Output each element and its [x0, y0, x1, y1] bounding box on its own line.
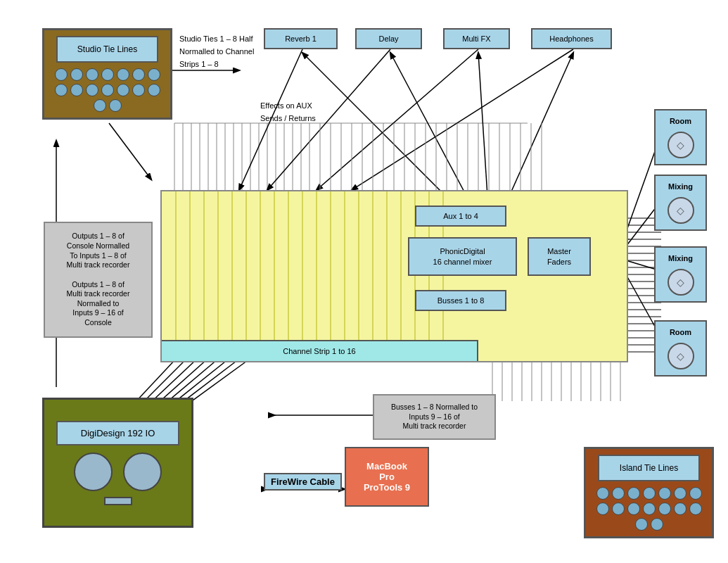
island-circle-7	[689, 487, 702, 500]
circle-3	[86, 68, 98, 81]
busses-note-box: Busses 1 – 8 Normalled toInputs 9 – 16 o…	[373, 394, 496, 440]
island-circle-3	[627, 487, 640, 500]
room2-speaker	[668, 343, 694, 369]
room2-monitor: Room	[654, 320, 707, 377]
circle-10	[86, 84, 98, 96]
island-circle-16	[651, 518, 663, 531]
island-circle-13	[674, 502, 687, 515]
busses-box: Busses 1 to 8	[415, 290, 506, 311]
island-circle-8	[596, 502, 609, 515]
studio-tie-lines-box: Studio Tie Lines	[42, 28, 172, 120]
circle-5	[117, 68, 129, 81]
firewire-label-box: FireWire Cable	[264, 473, 342, 491]
studio-tie-lines-label: Studio Tie Lines	[56, 36, 158, 63]
island-circle-11	[643, 502, 656, 515]
circle-14	[148, 84, 160, 96]
channel-strip-box: Channel Strip 1 to 16	[162, 340, 478, 361]
circle-9	[70, 84, 83, 96]
mixing2-speaker	[668, 269, 694, 296]
island-circle-15	[635, 518, 648, 531]
island-tie-lines-label: Island Tie Lines	[598, 455, 700, 481]
macbook-box: MacBookProProTools 9	[345, 447, 429, 507]
island-circle-6	[674, 487, 687, 500]
studio-ties-note: Studio Ties 1 – 8 Half Normalled to Chan…	[179, 32, 264, 70]
digi-small-rect	[104, 497, 132, 505]
circle-7	[148, 68, 160, 81]
svg-line-22	[352, 49, 573, 190]
multi-fx-box: Multi FX	[443, 28, 510, 49]
island-circle-9	[612, 502, 625, 515]
svg-line-21	[317, 49, 478, 190]
console-area: Aux 1 to 4 PhonicDigital16 channel mixer…	[160, 190, 628, 362]
island-circle-14	[689, 502, 702, 515]
circle-4	[101, 68, 114, 81]
outputs-note-box: Outputs 1 – 8 ofConsole NormalledTo Inpu…	[44, 222, 153, 338]
island-tie-lines-box: Island Tie Lines	[584, 447, 714, 538]
circle-12	[117, 84, 129, 96]
mixing1-monitor: Mixing	[654, 175, 707, 231]
island-circle-4	[643, 487, 656, 500]
digi-circle-right	[123, 453, 162, 491]
headphones-box: Headphones	[531, 28, 612, 49]
room1-speaker	[668, 132, 694, 158]
mixing2-monitor: Mixing	[654, 246, 707, 303]
island-tie-lines-circles	[596, 487, 702, 531]
circle-16	[109, 99, 122, 112]
effects-aux-label: Effects on AUXSends / Returns	[260, 99, 316, 124]
studio-tie-lines-text: Studio Tie Lines	[77, 44, 137, 54]
circle-1	[55, 68, 68, 81]
island-circle-2	[612, 487, 625, 500]
circle-8	[55, 84, 68, 96]
studio-tie-lines-circles	[55, 68, 160, 112]
reverb1-box: Reverb 1	[264, 28, 338, 49]
digi-circles	[74, 453, 162, 491]
digi-design-label: DigiDesign 192 IO	[56, 421, 179, 445]
master-faders-box: MasterFaders	[528, 237, 591, 276]
mixing1-speaker	[668, 197, 694, 224]
circle-15	[94, 99, 106, 112]
phonic-digital-box: PhonicDigital16 channel mixer	[408, 237, 517, 276]
island-circle-5	[658, 487, 671, 500]
aux-box: Aux 1 to 4	[415, 205, 506, 227]
digi-circle-left	[74, 453, 113, 491]
circle-6	[132, 68, 145, 81]
circle-13	[132, 84, 145, 96]
circle-11	[101, 84, 114, 96]
delay-box: Delay	[355, 28, 422, 49]
svg-line-1	[109, 123, 151, 179]
island-circle-1	[596, 487, 609, 500]
circle-2	[70, 68, 83, 81]
island-circle-10	[627, 502, 640, 515]
island-circle-12	[658, 502, 671, 515]
room1-monitor: Room	[654, 109, 707, 165]
digi-design-box: DigiDesign 192 IO	[42, 398, 193, 528]
